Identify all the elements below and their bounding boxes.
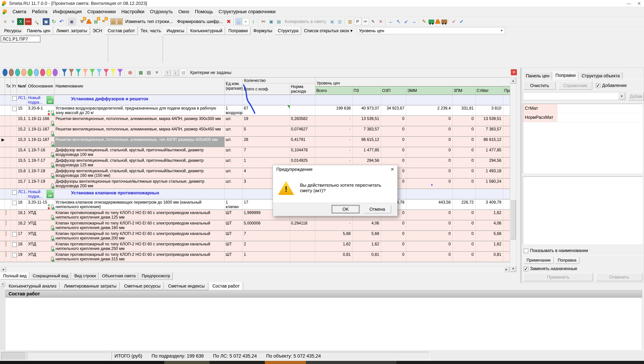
correction-notes-box[interactable] — [523, 176, 643, 244]
cell-pz[interactable]: 1,62 — [352, 241, 381, 251]
cell-qty[interactable]: 1 — [243, 252, 290, 262]
cell-stmat[interactable]: 7 383,57 — [476, 126, 503, 136]
cell-norm[interactable]: 0,41791 — [290, 137, 315, 147]
panel-tab-Структура[interactable]: Структура — [275, 27, 301, 35]
cabinet-icon[interactable] — [117, 18, 123, 25]
row-delete-icon[interactable]: ✕ — [377, 18, 384, 25]
cell-gutter[interactable] — [0, 95, 5, 105]
cell-zpm[interactable]: 0 — [452, 252, 476, 262]
cell-code[interactable]: 3.20-8-1+ — [27, 105, 54, 116]
cell-total[interactable]: · — [315, 116, 352, 126]
cell-ti[interactable] — [5, 231, 11, 241]
cell-zpm[interactable]: 0 — [452, 210, 476, 220]
cell-code[interactable]: 1.19-7-16 — [27, 147, 54, 157]
ore-badge-icon[interactable]: 8 — [86, 19, 92, 24]
cell-pz[interactable]: 7 383,57 — [352, 126, 381, 136]
cell-code[interactable]: 1.19-11-166 — [27, 116, 54, 126]
cell-pro[interactable] — [503, 158, 510, 168]
cell-gutter[interactable] — [0, 147, 5, 157]
tree-collapse-icon[interactable]: ≡ — [2, 18, 9, 25]
hammer-badge-icon[interactable]: ⚒8 — [78, 18, 86, 25]
cell-gutter[interactable] — [0, 241, 5, 251]
cell-ut[interactable] — [11, 210, 17, 220]
cell-emm[interactable]: 0 — [406, 231, 452, 241]
cell-name[interactable]: Клапан противопожарный по типу КЛОП-2 НО… — [54, 231, 225, 241]
pot-icon[interactable] — [110, 18, 116, 25]
list-view-icon[interactable]: ▤ — [145, 69, 152, 76]
color-funnel-icon[interactable] — [62, 69, 67, 76]
cell-norm[interactable] — [290, 252, 315, 262]
check-pink-icon[interactable]: ✔ — [450, 18, 458, 25]
cell-pro[interactable] — [503, 168, 510, 178]
cell-unit[interactable] — [225, 189, 243, 199]
funnel-icon[interactable]: ▼ — [153, 69, 160, 76]
cell-stmat[interactable]: 1 580,24 — [476, 179, 503, 189]
cell-pz[interactable]: 86 615,12 — [352, 137, 381, 147]
color-filter-oval-icon[interactable] — [15, 69, 20, 76]
cell-ut[interactable] — [11, 126, 17, 136]
table-row[interactable]: 18УПДКлапан противопожарный по типу КЛОП… — [0, 241, 510, 252]
move-up-button[interactable]: ↑ — [164, 69, 171, 76]
scroll-down-icon[interactable]: ▼ — [510, 266, 516, 272]
cell-gutter[interactable] — [0, 105, 5, 116]
cell-pro[interactable] — [503, 210, 510, 220]
cell-name[interactable]: Клапан противопожарный по типу КЛОП-2 НО… — [54, 210, 225, 220]
cell-pro[interactable] — [503, 179, 510, 189]
scroll-left-icon[interactable]: ◄ — [0, 266, 6, 272]
cell-stmat[interactable]: 86 615,12 — [476, 137, 503, 147]
indent-left-icon[interactable]: ← — [388, 18, 394, 25]
toolbar-button[interactable]: Формировать шифр... — [175, 18, 225, 25]
color-funnel-icon[interactable] — [96, 69, 102, 76]
cell-gutter[interactable] — [0, 116, 5, 126]
dialog-close-icon[interactable]: ✕ — [388, 166, 396, 173]
cell-name[interactable]: Установка диффузоров и решеток — [54, 95, 225, 105]
cell-gutter[interactable] — [0, 126, 5, 136]
panel-tab-Лимит. затраты[interactable]: Лимит. затраты — [54, 27, 90, 35]
ok-button[interactable]: OK — [332, 205, 360, 213]
view-tab-Сокращенный вид[interactable]: Сокращенный вид — [30, 272, 71, 280]
cell-zpm[interactable]: 0 — [452, 158, 476, 168]
excel-icon[interactable]: X — [17, 18, 24, 25]
cell-pz[interactable]: 13 539,51 — [352, 116, 381, 126]
cell-name[interactable]: Диффузоры вентиляционные приточные/вытяж… — [54, 179, 225, 189]
move-down-button[interactable]: ↓ — [172, 69, 179, 76]
cell-norm[interactable] — [290, 231, 315, 241]
note-tab-Поправка[interactable]: Поправка — [554, 257, 580, 264]
cell-pz[interactable]: 0,81 — [352, 252, 381, 262]
cell-ut[interactable] — [11, 116, 17, 126]
cell-ti[interactable] — [5, 116, 11, 126]
color-filter-oval-icon[interactable] — [22, 69, 26, 76]
analysis-tab-Сметные ресурсы[interactable]: Сметные ресурсы — [120, 282, 164, 290]
indent-down-icon[interactable]: ↙ — [403, 18, 410, 25]
table-row[interactable]: 15,41.19-7-16Диффузор вентиляционный, ст… — [0, 147, 510, 158]
cell-ozp[interactable] — [381, 95, 406, 105]
filter-cancel-icon[interactable]: ⊗ — [127, 69, 134, 76]
cell-ut[interactable] — [11, 158, 17, 168]
cell-ut[interactable] — [11, 168, 17, 178]
cell-ozp[interactable]: 34 923,67 — [381, 105, 406, 116]
cell-zpm[interactable]: 0 — [452, 220, 476, 230]
cell-zpm[interactable]: 0 — [452, 179, 476, 189]
copy-icon[interactable]: ▣ — [268, 18, 275, 25]
cell-ut[interactable] — [11, 199, 17, 209]
cell-pro[interactable] — [503, 95, 510, 105]
tree-insert-icon[interactable]: ≡ — [10, 18, 16, 25]
cell-gutter[interactable] — [0, 231, 5, 241]
cell-emm[interactable]: 2 239,4 — [406, 105, 452, 116]
view-tab-Вид строки[interactable]: Вид строки — [72, 272, 99, 280]
note-tab-Примечание[interactable]: Примечание — [524, 257, 554, 264]
cell-ti[interactable] — [5, 137, 11, 147]
cell-ut[interactable] — [11, 220, 17, 230]
cell-pro[interactable] — [503, 105, 510, 116]
cell-zpm[interactable]: 0 — [452, 116, 476, 126]
field-value[interactable] — [557, 104, 642, 113]
cell-emm[interactable]: 0 — [406, 168, 452, 178]
cell-total[interactable] — [315, 95, 352, 105]
cell-stmat[interactable] — [476, 189, 503, 199]
cell-code[interactable]: УПД — [27, 231, 54, 241]
cell-emm[interactable]: 0 — [406, 179, 452, 189]
cell-ut[interactable] — [11, 95, 17, 105]
cell-stmat[interactable]: 0,81 — [476, 252, 503, 262]
cell-norm[interactable]: 0,074627 — [290, 126, 315, 136]
cell-emm[interactable]: 0 — [406, 137, 452, 147]
